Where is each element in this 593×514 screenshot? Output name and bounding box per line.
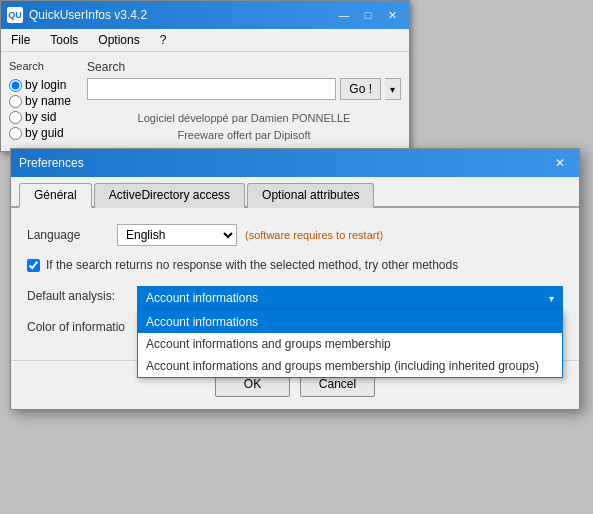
radio-by-name[interactable]: by name (9, 94, 71, 108)
search-fallback-row: If the search returns no response with t… (27, 258, 563, 272)
language-select[interactable]: English Français Deutsch (117, 224, 237, 246)
main-content: Search by login by name by sid (1, 52, 409, 151)
menu-file[interactable]: File (5, 31, 36, 49)
tab-activedirectory[interactable]: ActiveDirectory access (94, 183, 245, 208)
search-fallback-label: If the search returns no response with t… (46, 258, 458, 272)
tabs-bar: Général ActiveDirectory access Optional … (11, 177, 579, 208)
default-analysis-label: Default analysis: (27, 286, 137, 303)
tab-general[interactable]: Général (19, 183, 92, 208)
prefs-title: Preferences (19, 156, 549, 170)
menu-help[interactable]: ? (154, 31, 173, 49)
branding-line2: Freeware offert par Dipisoft (87, 127, 401, 144)
analysis-dropdown-wrapper: Account informations ▾ Account informati… (137, 286, 563, 310)
analysis-selected-text: Account informations (146, 291, 258, 305)
main-title-bar: QU QuickUserInfos v3.4.2 — □ ✕ (1, 1, 409, 29)
prefs-body: Language English Français Deutsch (softw… (11, 208, 579, 360)
main-window: QU QuickUserInfos v3.4.2 — □ ✕ File Tool… (0, 0, 410, 152)
search-right: Search Go ! ▾ Logiciel développé par Dam… (87, 60, 401, 143)
search-input[interactable] (87, 78, 336, 100)
tab-optional-attributes[interactable]: Optional attributes (247, 183, 374, 208)
radio-by-sid[interactable]: by sid (9, 110, 71, 124)
radio-by-login[interactable]: by login (9, 78, 71, 92)
language-label: Language (27, 228, 117, 242)
minimize-button[interactable]: — (333, 6, 355, 24)
restart-note: (software requires to restart) (245, 229, 383, 241)
close-button[interactable]: ✕ (381, 6, 403, 24)
color-info-label: Color of informatio (27, 320, 125, 334)
go-split-arrow[interactable]: ▾ (385, 78, 401, 100)
analysis-dropdown-list: Account informations Account information… (137, 310, 563, 378)
analysis-option-2[interactable]: Account informations and groups membersh… (138, 355, 562, 377)
language-row: Language English Français Deutsch (softw… (27, 224, 563, 246)
search-input-label: Search (87, 60, 401, 74)
branding: Logiciel développé par Damien PONNELLE F… (87, 110, 401, 143)
prefs-dialog: Preferences ✕ Général ActiveDirectory ac… (10, 148, 580, 410)
default-analysis-row: Default analysis: Account informations ▾… (27, 286, 563, 310)
analysis-dropdown-selected[interactable]: Account informations ▾ (137, 286, 563, 310)
radio-by-guid[interactable]: by guid (9, 126, 71, 140)
main-window-title: QuickUserInfos v3.4.2 (29, 8, 333, 22)
search-fallback-checkbox[interactable] (27, 259, 40, 272)
analysis-option-1[interactable]: Account informations and groups membersh… (138, 333, 562, 355)
radio-group: by login by name by sid by guid (9, 76, 71, 140)
search-section: Search by login by name by sid (9, 60, 79, 143)
prefs-title-bar: Preferences ✕ (11, 149, 579, 177)
go-button[interactable]: Go ! (340, 78, 381, 100)
prefs-close-button[interactable]: ✕ (549, 154, 571, 172)
app-icon: QU (7, 7, 23, 23)
analysis-option-0[interactable]: Account informations (138, 311, 562, 333)
window-controls: — □ ✕ (333, 6, 403, 24)
maximize-button[interactable]: □ (357, 6, 379, 24)
menu-options[interactable]: Options (92, 31, 145, 49)
branding-line1: Logiciel développé par Damien PONNELLE (87, 110, 401, 127)
dropdown-arrow-icon: ▾ (549, 293, 554, 304)
search-input-row: Go ! ▾ (87, 78, 401, 100)
search-section-label: Search (9, 60, 79, 72)
menu-tools[interactable]: Tools (44, 31, 84, 49)
menu-bar: File Tools Options ? (1, 29, 409, 52)
